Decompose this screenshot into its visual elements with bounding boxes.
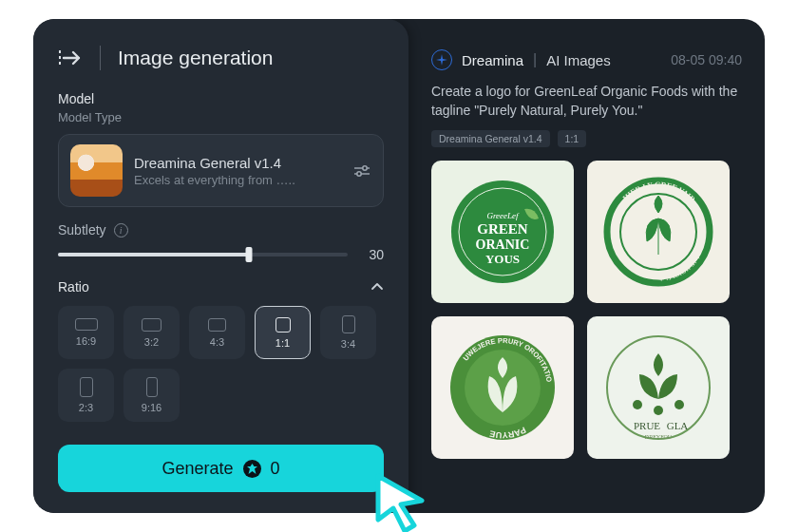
svg-text:GreeeLef: GreeeLef	[486, 211, 520, 220]
ratio-option-1x1[interactable]: 1:1	[255, 306, 311, 359]
svg-text:GLA: GLA	[667, 420, 689, 431]
meta-chip: 1:1	[558, 130, 587, 147]
ratio-option-label: 1:1	[276, 337, 290, 349]
ratio-box-icon	[276, 317, 291, 332]
ratio-box-icon	[146, 377, 158, 397]
ratio-option-9x16[interactable]: 9:16	[124, 369, 180, 422]
model-selector[interactable]: Dreamina General v1.4 Excels at everythi…	[58, 134, 384, 207]
results-pane: Dreamina | AI Images 08-05 09:40 Create …	[408, 19, 765, 513]
prompt-text: Create a logo for GreenLeaf Organic Food…	[431, 82, 742, 121]
credits-gem-icon	[243, 460, 261, 478]
ratio-option-label: 16:9	[76, 335, 96, 347]
ratio-option-label: 2:3	[79, 402, 93, 413]
ratio-header[interactable]: Ratio	[58, 279, 384, 294]
generate-label: Generate	[162, 459, 233, 479]
result-category: AI Images	[546, 52, 611, 68]
svg-point-4	[357, 171, 361, 175]
divider-pipe: |	[533, 51, 537, 68]
chevron-up-icon	[370, 282, 384, 292]
svg-text:ORANIC: ORANIC	[476, 238, 530, 252]
subtlety-label: Subtlety	[58, 222, 106, 238]
ratio-box-icon	[142, 318, 162, 332]
ratio-box-icon	[208, 318, 226, 332]
svg-text:DREYFOU: DREYFOU	[645, 434, 673, 440]
svg-point-2	[363, 165, 367, 169]
ratio-option-label: 3:4	[341, 338, 355, 350]
ratio-option-label: 9:16	[142, 402, 162, 413]
ratio-option-label: 4:3	[210, 336, 224, 348]
subtlety-value: 30	[361, 247, 384, 262]
model-thumbnail	[70, 144, 123, 197]
ratio-box-icon	[80, 377, 93, 397]
svg-point-20	[633, 400, 642, 409]
ratio-option-3x4[interactable]: 3:4	[320, 306, 376, 359]
model-type-label: Model Type	[58, 110, 384, 124]
result-chips: Dreamina General v1.41:1	[431, 130, 742, 147]
svg-point-22	[654, 406, 663, 415]
subtlety-row: Subtlety i	[58, 222, 384, 238]
model-desc: Excels at everything from …..	[134, 173, 341, 187]
ratio-option-label: 3:2	[144, 336, 159, 348]
svg-text:GREEN: GREEN	[477, 221, 528, 237]
generate-button[interactable]: Generate 0	[58, 445, 384, 492]
settings-sliders-icon[interactable]	[352, 162, 371, 180]
panel-header: Image generation	[58, 46, 384, 70]
ratio-label: Ratio	[58, 279, 89, 294]
collapse-icon[interactable]	[58, 47, 83, 69]
generation-panel: Image generation Model Model Type Dreami…	[33, 19, 408, 513]
result-image-1[interactable]: GreeeLef GREEN ORANIC YOUS	[431, 161, 574, 303]
svg-text:YOUS: YOUS	[485, 252, 520, 266]
ratio-option-16x9[interactable]: 16:9	[58, 306, 114, 359]
model-name: Dreamina General v1.4	[134, 155, 341, 171]
ratio-option-4x3[interactable]: 4:3	[189, 306, 245, 359]
header-divider	[100, 46, 101, 70]
provider-name: Dreamina	[462, 52, 523, 68]
ratio-grid: 16:93:24:31:13:42:39:16	[58, 306, 384, 422]
meta-chip: Dreamina General v1.4	[431, 130, 550, 147]
info-icon[interactable]: i	[114, 223, 128, 238]
result-image-2[interactable]: HIER LY GREE VAIR ★ IE HOICLU ★	[587, 161, 730, 303]
ratio-box-icon	[75, 318, 98, 331]
model-info: Dreamina General v1.4 Excels at everythi…	[134, 155, 341, 187]
result-timestamp: 08-05 09:40	[671, 52, 742, 67]
subtlety-slider[interactable]	[58, 253, 348, 256]
result-thumbnails: GreeeLef GREEN ORANIC YOUS HIER LY GREE …	[431, 161, 742, 459]
provider-badge-icon	[431, 49, 452, 70]
result-header: Dreamina | AI Images 08-05 09:40	[431, 49, 742, 70]
ratio-box-icon	[342, 315, 355, 333]
panel-title: Image generation	[118, 47, 273, 69]
ratio-option-3x2[interactable]: 3:2	[124, 306, 180, 359]
ratio-option-2x3[interactable]: 2:3	[58, 369, 114, 422]
result-image-3[interactable]: UWEJERE PRURY OROFITATIO PARYUE	[431, 316, 574, 459]
subtlety-slider-row: 30	[58, 247, 384, 262]
generate-cost: 0	[271, 459, 280, 479]
model-section-label: Model	[58, 91, 384, 106]
result-image-4[interactable]: PRUE GLA DREYFOU	[587, 316, 730, 459]
svg-text:PRUE: PRUE	[634, 420, 660, 431]
svg-point-21	[674, 400, 684, 409]
